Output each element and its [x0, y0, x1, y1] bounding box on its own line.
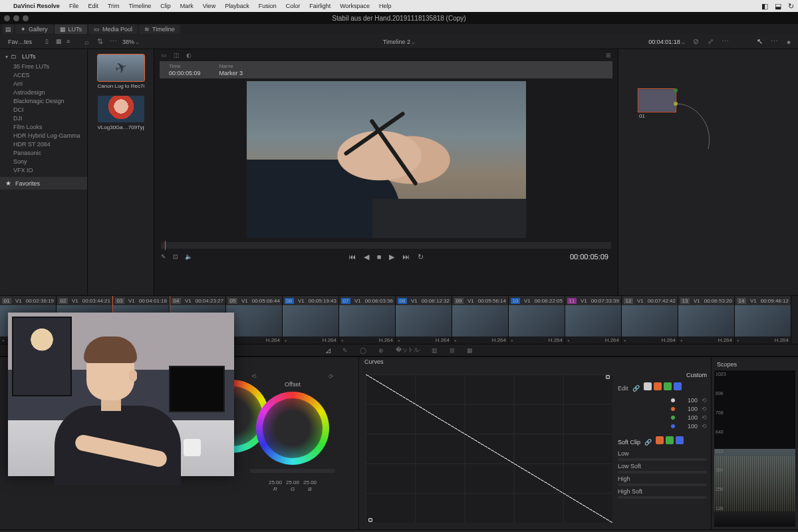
tab-gallery[interactable]: ✦Gallery [15, 25, 53, 34]
audio-icon[interactable]: 🔈 [185, 253, 192, 260]
wipe-icon[interactable]: ⊞ [606, 52, 611, 59]
more-icon[interactable]: ⋯ [109, 38, 117, 46]
clip-thumb[interactable]: 13V100:06:53:20H.264 [678, 296, 735, 344]
traffic-lights[interactable] [4, 15, 29, 21]
luts-item[interactable]: Sony [13, 157, 87, 166]
chan-r[interactable] [654, 382, 662, 390]
dropbox-icon[interactable]: ⬓ [775, 2, 781, 11]
luts-item[interactable]: Blackmagic Design [13, 96, 87, 105]
sort-icon[interactable]: ⇅ [96, 38, 104, 46]
split-icon[interactable]: ◫ [174, 52, 180, 59]
luts-item[interactable]: HDR ST 2084 [13, 140, 87, 148]
clip-thumb[interactable]: 07V100:06:03:36H.264 [339, 296, 396, 344]
luts-item[interactable]: 35 Free LUTs [13, 62, 87, 70]
luts-item[interactable]: Arri [13, 79, 87, 88]
luts-item[interactable]: VFX IO [13, 166, 87, 174]
sizing-icon[interactable]: ⊞ [450, 347, 455, 354]
favorites-label[interactable]: Fav…tes [5, 38, 35, 46]
luts-item[interactable]: ACES [13, 70, 87, 79]
menu-color[interactable]: Color [286, 3, 301, 9]
layout-icon[interactable]: ▤ [3, 25, 14, 34]
sync-icon[interactable]: ↻ [788, 2, 794, 11]
sc-chan-b[interactable] [676, 436, 684, 444]
viewer-more-icon[interactable]: ⋯ [721, 38, 729, 46]
node-graph[interactable]: 01 [618, 49, 798, 295]
bypass-icon[interactable]: ⊘ [692, 38, 700, 46]
play-icon[interactable]: ▶ [389, 253, 394, 261]
reset-g-icon[interactable]: ⟲ [702, 414, 707, 421]
chan-g[interactable] [664, 382, 672, 390]
curves-tool-icon[interactable]: ◿ [326, 347, 331, 354]
lut-thumb-vlog[interactable]: VLog30Ga…709Type4 [98, 96, 144, 130]
search-icon[interactable]: ⌕ [82, 38, 90, 46]
clip-thumb[interactable]: 08V100:06:12:32H.264 [396, 296, 452, 344]
menu-file[interactable]: File [69, 3, 79, 9]
sc-chan-r[interactable] [656, 436, 664, 444]
pointer-icon[interactable]: ↖ [755, 38, 763, 46]
softclip-high-slider[interactable] [618, 483, 707, 486]
curve-point-black[interactable] [368, 518, 372, 522]
link-icon-2[interactable]: 🔗 [644, 439, 652, 446]
expand-icon[interactable]: ⤢ [706, 38, 714, 46]
menu-timeline[interactable]: Timeline [129, 3, 152, 9]
highlight-icon[interactable]: ◐ [186, 52, 192, 59]
view-mode-icons[interactable]: ▯▦≡ [45, 38, 77, 46]
menu-clip[interactable]: Clip [160, 3, 171, 9]
luts-item[interactable]: DCI [13, 105, 87, 114]
curves-mode[interactable]: Custom [618, 372, 707, 378]
menu-mark[interactable]: Mark [180, 3, 194, 9]
reset-b-icon[interactable]: ⟲ [702, 423, 707, 430]
tab-timeline[interactable]: ≋Timeline [139, 25, 180, 34]
favorites-row[interactable]: Favorites [0, 177, 87, 190]
tracking-icon[interactable]: ⊕ [378, 347, 384, 354]
clip-thumb[interactable]: 09V100:05:56:14H.264 [452, 296, 509, 344]
zoom-actual-icon[interactable]: ⊡ [173, 253, 178, 260]
next-clip-icon[interactable]: ⏭ [402, 253, 410, 261]
luts-item[interactable]: HDR Hybrid Log-Gamma [13, 131, 87, 140]
luts-item[interactable]: Panasonic [13, 148, 87, 157]
softclip-highsoft-slider[interactable] [618, 496, 707, 499]
luts-item[interactable]: Astrodesign [13, 88, 87, 96]
chan-y[interactable] [644, 382, 652, 390]
softclip-lowsoft-slider[interactable] [618, 471, 707, 473]
wheel-left-reset-icon[interactable]: ⟲ [251, 373, 257, 380]
curve-editor[interactable] [366, 374, 612, 523]
viewer-video[interactable] [247, 81, 526, 238]
wheel-right-reset-icon[interactable]: ⟳ [329, 373, 334, 380]
app-name[interactable]: DaVinci Resolve [13, 3, 60, 9]
menu-view[interactable]: View [203, 3, 215, 9]
link-icon[interactable]: 🔗 [632, 385, 640, 392]
picker-icon[interactable]: ✎ [161, 253, 166, 260]
clip-thumb[interactable]: 05V100:05:06:44H.264 [226, 296, 283, 344]
3d-icon[interactable]: ▦ [467, 347, 473, 354]
chan-b[interactable] [674, 382, 682, 390]
loop-icon[interactable]: ↻ [418, 253, 424, 261]
tab-luts[interactable]: ▦LUTs [55, 25, 88, 34]
parade-scope[interactable]: 1023896768640512384256128 [714, 370, 795, 527]
softclip-low-slider[interactable] [618, 458, 707, 461]
clip-thumb[interactable]: 06V100:05:19:43H.264 [283, 296, 339, 344]
blur-icon[interactable]: �ットル [396, 346, 420, 354]
step-back-icon[interactable]: ◀ [364, 253, 369, 261]
record-icon[interactable]: ● [785, 38, 793, 46]
viewer-scrubber[interactable] [161, 242, 611, 249]
clip-thumb[interactable]: 12V100:07:42:42H.264 [622, 296, 678, 344]
node-more-icon[interactable]: ⋯ [770, 38, 778, 46]
menu-playback[interactable]: Playback [225, 3, 249, 9]
timeline-dropdown[interactable]: Timeline 2 [383, 39, 415, 45]
viewer-timecode[interactable]: 00:04:01:18 [648, 39, 685, 45]
luts-item[interactable]: Film Looks [13, 122, 87, 131]
menu-help[interactable]: Help [379, 3, 392, 9]
qualifier-icon[interactable]: ✎ [342, 347, 348, 354]
clip-thumb[interactable]: 11V100:07:33:39H.264 [565, 296, 622, 344]
stop-icon[interactable]: ■ [377, 253, 382, 261]
wheel-offset[interactable]: ⟲⟳ Offset 25.00R 25.00G 25.00B [239, 373, 346, 492]
menu-trim[interactable]: Trim [108, 3, 120, 9]
reset-y-icon[interactable]: ⟲ [702, 397, 707, 404]
menu-fusion[interactable]: Fusion [259, 3, 277, 9]
sc-chan-g[interactable] [666, 436, 674, 444]
menu-fairlight[interactable]: Fairlight [309, 3, 331, 9]
clip-thumb[interactable]: 14V100:09:46:12H.264 [735, 296, 791, 344]
luts-item[interactable]: DJI [13, 114, 87, 122]
clip-thumb[interactable]: 10V100:06:22:05H.264 [509, 296, 565, 344]
